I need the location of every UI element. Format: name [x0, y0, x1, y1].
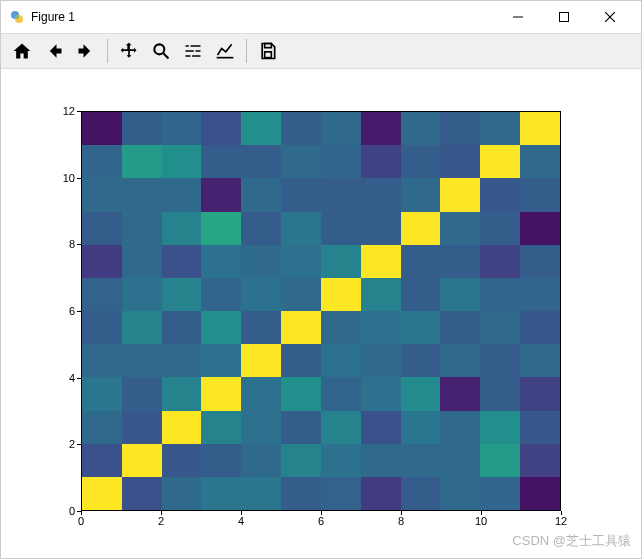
- heatmap-cell: [321, 411, 361, 444]
- heatmap-cell: [281, 311, 321, 344]
- heatmap-cell: [321, 344, 361, 377]
- heatmap-cell: [401, 112, 441, 145]
- svg-rect-4: [560, 13, 569, 22]
- heatmap-cell: [281, 444, 321, 477]
- home-button[interactable]: [7, 36, 37, 66]
- heatmap-cell: [122, 278, 162, 311]
- heatmap-cell: [201, 245, 241, 278]
- x-tick-label: 4: [238, 515, 244, 527]
- heatmap-cell: [480, 278, 520, 311]
- heatmap-cell: [480, 444, 520, 477]
- heatmap-cell: [520, 444, 560, 477]
- window-title: Figure 1: [31, 10, 75, 24]
- maximize-button[interactable]: [541, 1, 587, 33]
- heatmap-cell: [520, 377, 560, 410]
- heatmap-cell: [440, 178, 480, 211]
- heatmap-cell: [440, 212, 480, 245]
- forward-button[interactable]: [71, 36, 101, 66]
- heatmap-cell: [201, 178, 241, 211]
- heatmap-cell: [281, 377, 321, 410]
- heatmap-cell: [122, 112, 162, 145]
- pan-button[interactable]: [114, 36, 144, 66]
- heatmap-cell: [520, 311, 560, 344]
- heatmap-cell: [82, 245, 122, 278]
- save-button[interactable]: [253, 36, 283, 66]
- heatmap-cell: [520, 411, 560, 444]
- heatmap-cell: [281, 477, 321, 510]
- heatmap-cell: [201, 212, 241, 245]
- heatmap-cell: [162, 145, 202, 178]
- heatmap-cell: [82, 344, 122, 377]
- zoom-button[interactable]: [146, 36, 176, 66]
- heatmap-cell: [520, 112, 560, 145]
- heatmap-cell: [82, 477, 122, 510]
- heatmap-cell: [122, 444, 162, 477]
- heatmap-cell: [241, 377, 281, 410]
- svg-rect-11: [265, 52, 272, 58]
- heatmap-cell: [361, 178, 401, 211]
- heatmap-cell: [241, 311, 281, 344]
- heatmap-cell: [520, 145, 560, 178]
- edit-axes-button[interactable]: [210, 36, 240, 66]
- back-button[interactable]: [39, 36, 69, 66]
- heatmap-cell: [162, 344, 202, 377]
- heatmap-cell: [321, 178, 361, 211]
- heatmap-cell: [520, 344, 560, 377]
- heatmap-cell: [321, 278, 361, 311]
- heatmap-cell: [401, 212, 441, 245]
- x-tick-label: 0: [78, 515, 84, 527]
- heatmap-cell: [480, 377, 520, 410]
- subplots-button[interactable]: [178, 36, 208, 66]
- toolbar-separator: [246, 39, 247, 63]
- y-tick-label: 10: [51, 172, 75, 184]
- heatmap-cell: [122, 145, 162, 178]
- heatmap-cell: [361, 344, 401, 377]
- y-tick-label: 8: [51, 238, 75, 250]
- svg-point-7: [154, 44, 164, 54]
- heatmap-cell: [201, 112, 241, 145]
- heatmap-cell: [401, 311, 441, 344]
- heatmap-axes[interactable]: [81, 111, 561, 511]
- heatmap-cell: [201, 311, 241, 344]
- heatmap-cell: [321, 444, 361, 477]
- heatmap-cell: [122, 245, 162, 278]
- window-titlebar: Figure 1: [1, 1, 641, 33]
- heatmap-cell: [162, 112, 202, 145]
- heatmap-cell: [82, 444, 122, 477]
- heatmap-cell: [321, 245, 361, 278]
- heatmap-cell: [361, 145, 401, 178]
- close-button[interactable]: [587, 1, 633, 33]
- heatmap-cell: [440, 444, 480, 477]
- heatmap-cell: [480, 145, 520, 178]
- heatmap-cell: [401, 245, 441, 278]
- heatmap-cell: [440, 145, 480, 178]
- heatmap-cell: [440, 311, 480, 344]
- heatmap-cell: [241, 411, 281, 444]
- heatmap-cell: [122, 212, 162, 245]
- heatmap-cell: [440, 411, 480, 444]
- heatmap-cell: [82, 178, 122, 211]
- heatmap-cell: [321, 212, 361, 245]
- heatmap-cell: [241, 344, 281, 377]
- x-tick-label: 2: [158, 515, 164, 527]
- heatmap-cell: [122, 178, 162, 211]
- heatmap-cell: [82, 112, 122, 145]
- heatmap-cell: [361, 477, 401, 510]
- heatmap-cell: [480, 411, 520, 444]
- heatmap-cell: [361, 444, 401, 477]
- heatmap-cell: [162, 444, 202, 477]
- heatmap-cell: [361, 377, 401, 410]
- heatmap-cell: [480, 477, 520, 510]
- heatmap-cell: [520, 477, 560, 510]
- svg-point-2: [15, 15, 19, 19]
- minimize-button[interactable]: [495, 1, 541, 33]
- heatmap-cell: [440, 245, 480, 278]
- y-tick-label: 4: [51, 372, 75, 384]
- heatmap-cell: [281, 278, 321, 311]
- heatmap-cell: [162, 411, 202, 444]
- heatmap-cell: [281, 212, 321, 245]
- heatmap-cell: [321, 477, 361, 510]
- heatmap-cell: [82, 278, 122, 311]
- heatmap-cell: [440, 112, 480, 145]
- heatmap-cell: [162, 245, 202, 278]
